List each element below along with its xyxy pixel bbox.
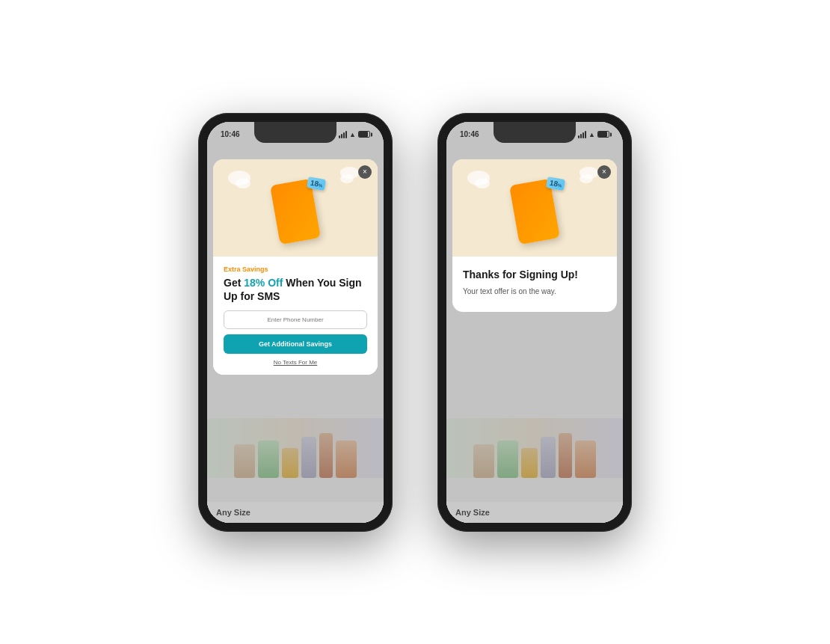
modal-overlay-1: × 18% [207,122,384,523]
confirm-text: Your text offer is on the way. [463,286,606,297]
cloud-decoration [475,178,490,188]
get-savings-button[interactable]: Get Additional Savings [224,334,367,354]
phone-2: 10:46 ▲ ☰ STICKER YOU [437,113,632,532]
no-texts-link[interactable]: No Texts For Me [224,359,367,366]
promo-title-1: Get 18% Off When You Sign Up for SMS [224,276,367,303]
promo-graphic-2: 18% [505,174,565,242]
scene: 10:46 ▲ ☰ STICKER YOU [0,0,830,644]
modal-image-area-1: × 18% [213,159,378,257]
sms-signup-modal: × 18% [213,159,378,375]
modal-body-1: Extra Savings Get 18% Off When You Sign … [213,257,378,375]
close-button-2[interactable]: × [597,165,611,179]
confirm-image-area: × 18% [452,159,617,257]
promo-graphic-1: 18% [265,174,325,242]
cloud-decoration [340,174,354,183]
confirmation-modal: × 18% [452,159,617,312]
phone-1-screen: 10:46 ▲ ☰ STICKER YOU [207,122,384,523]
cloud-decoration [236,178,250,188]
cloud-decoration [580,174,593,183]
phone-1: 10:46 ▲ ☰ STICKER YOU [198,113,393,532]
phone-number-input[interactable] [224,310,367,329]
close-button-1[interactable]: × [358,165,372,179]
confirm-title: Thanks for Signing Up! [463,269,606,280]
extra-savings-label: Extra Savings [224,266,367,273]
modal-overlay-2: × 18% [446,122,623,523]
confirm-body: Thanks for Signing Up! Your text offer i… [452,257,617,312]
phone-2-screen: 10:46 ▲ ☰ STICKER YOU [446,122,623,523]
